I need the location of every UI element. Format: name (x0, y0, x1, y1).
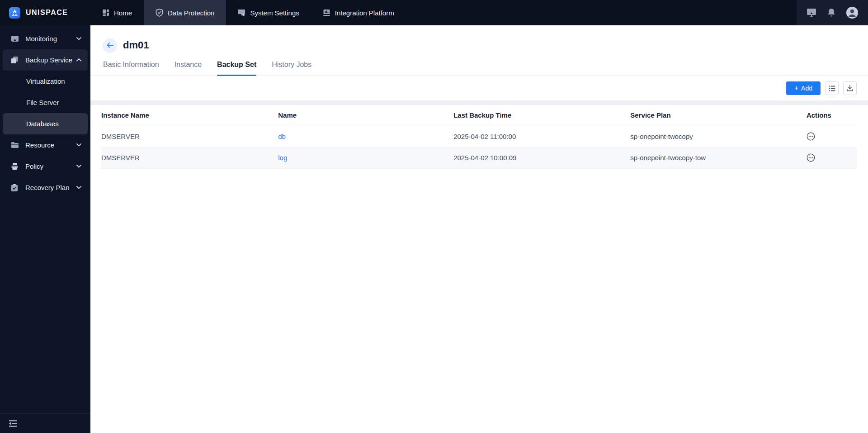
sidebar-item-recovery-plan[interactable]: Recovery Plan (3, 177, 88, 198)
arrow-left-icon (107, 43, 113, 48)
cell-last-backup-time: 2025-04-02 11:00:00 (453, 126, 630, 147)
shield-check-icon (156, 9, 163, 17)
topnav-label: Home (114, 9, 132, 17)
more-circle-icon (807, 153, 815, 162)
cell-instance-name: DMSERVER (101, 126, 278, 147)
sidebar-item-label: Monitoring (25, 35, 76, 43)
top-navigation: Home Data Protection System Settings Int… (90, 0, 406, 25)
export-button[interactable] (843, 81, 857, 95)
chevron-down-icon (76, 186, 81, 189)
tab-bar: Basic Information Instance Backup Set Hi… (90, 61, 868, 76)
chevron-down-icon (76, 37, 81, 40)
sidebar-item-backup-service[interactable]: Backup Service (3, 49, 88, 71)
topnav-item-integration-platform[interactable]: Integration Platform (311, 0, 406, 25)
table-toolbar: + Add (90, 76, 868, 100)
topnav-item-system-settings[interactable]: System Settings (226, 0, 311, 25)
tab-basic-information[interactable]: Basic Information (103, 61, 159, 76)
download-icon (847, 85, 853, 91)
tab-history-jobs[interactable]: History Jobs (272, 61, 311, 76)
topnav-label: System Settings (250, 9, 299, 17)
chevron-down-icon (76, 143, 81, 147)
add-button[interactable]: + Add (786, 81, 821, 95)
dashboard-icon (102, 9, 109, 16)
sidebar-item-file-server[interactable]: File Server (3, 92, 88, 113)
sidebar-item-label: Policy (25, 162, 76, 170)
chart-board-icon (323, 9, 330, 16)
backup-set-table: Instance Name Name Last Backup Time Serv… (90, 105, 868, 169)
plus-icon: + (794, 84, 798, 92)
chevron-down-icon (76, 165, 81, 168)
sidebar-item-label: Resource (25, 141, 76, 149)
sidebar-item-label: Backup Service (25, 56, 76, 64)
bell-icon[interactable] (827, 8, 835, 17)
page-title: dm01 (123, 39, 149, 51)
sidebar-item-virtualization[interactable]: Virtualization (3, 71, 88, 92)
topnav-label: Integration Platform (335, 9, 394, 17)
column-settings-button[interactable] (825, 81, 839, 95)
backup-set-link[interactable]: log (278, 154, 287, 162)
sidebar-footer (0, 413, 90, 433)
printer-icon (11, 162, 19, 170)
topbar: UNISPACE Home Data Protection System Set… (0, 0, 868, 25)
collapse-sidebar-icon[interactable] (8, 420, 17, 427)
sidebar-item-monitoring[interactable]: Monitoring (3, 28, 88, 49)
message-icon[interactable] (807, 8, 816, 17)
table-row: DMSERVER db 2025-04-02 11:00:00 sp-onepo… (101, 126, 857, 147)
column-header-name: Name (278, 105, 453, 126)
sidebar: Monitoring Backup Service Virtualization… (0, 25, 90, 433)
back-button[interactable] (103, 38, 117, 52)
topbar-right-section (797, 0, 868, 25)
topnav-label: Data Protection (168, 9, 214, 17)
cell-instance-name: DMSERVER (101, 147, 278, 168)
cell-service-plan: sp-onepoint-twocopy-tow (630, 147, 807, 168)
tab-backup-set[interactable]: Backup Set (217, 61, 256, 76)
unispace-logo-icon (9, 7, 20, 19)
cell-last-backup-time: 2025-04-02 10:00:09 (453, 147, 630, 168)
sidebar-item-databases[interactable]: Databases (3, 113, 88, 134)
chevron-up-icon (76, 58, 81, 62)
user-avatar[interactable] (846, 7, 858, 19)
cell-service-plan: sp-onepoint-twocopy (630, 126, 807, 147)
column-header-instance-name: Instance Name (101, 105, 278, 126)
sidebar-item-resource[interactable]: Resource (3, 134, 88, 156)
screen-share-icon (11, 35, 19, 43)
more-circle-icon (807, 132, 815, 141)
clipboard-check-icon (11, 184, 19, 192)
table-row: DMSERVER log 2025-04-02 10:00:09 sp-onep… (101, 147, 857, 168)
column-header-actions: Actions (807, 105, 857, 126)
sidebar-item-label: Recovery Plan (25, 184, 76, 191)
add-button-label: Add (801, 85, 812, 92)
brand-name: UNISPACE (26, 9, 68, 17)
main-content: dm01 Basic Information Instance Backup S… (90, 25, 868, 433)
row-actions-button[interactable] (807, 132, 815, 141)
column-header-last-backup-time: Last Backup Time (453, 105, 630, 126)
copy-icon (11, 56, 19, 64)
list-icon (829, 86, 835, 91)
column-header-service-plan: Service Plan (630, 105, 807, 126)
brand-logo: UNISPACE (0, 0, 90, 25)
table-header-row: Instance Name Name Last Backup Time Serv… (101, 105, 857, 126)
monitor-icon (238, 9, 245, 16)
folder-icon (11, 142, 19, 148)
sidebar-item-policy[interactable]: Policy (3, 156, 88, 177)
topnav-item-data-protection[interactable]: Data Protection (144, 0, 226, 25)
row-actions-button[interactable] (807, 153, 815, 162)
section-divider (90, 100, 868, 105)
backup-set-link[interactable]: db (278, 133, 286, 140)
topnav-item-home[interactable]: Home (90, 0, 144, 25)
tab-instance[interactable]: Instance (175, 61, 202, 76)
